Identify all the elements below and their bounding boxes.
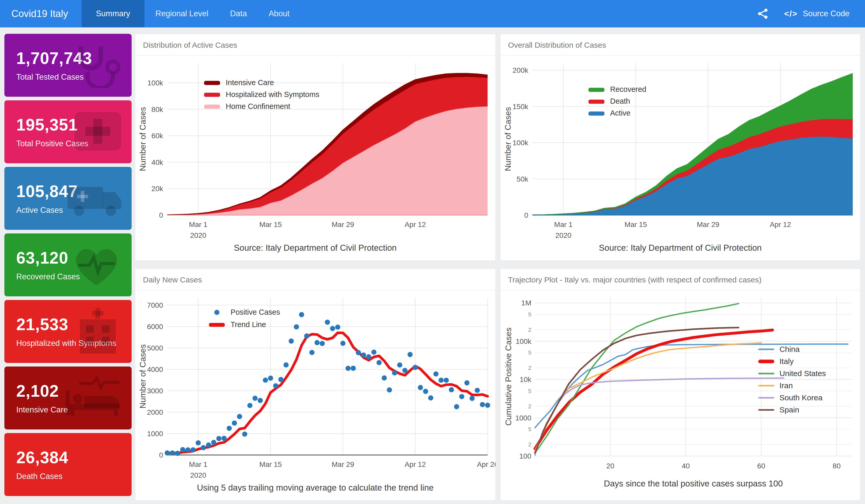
card-recovered: 63,120 Recovered Cases [4,233,131,296]
svg-text:20k: 20k [151,185,163,193]
svg-text:Mar 1: Mar 1 [189,221,207,228]
share-icon[interactable] [758,8,769,19]
svg-text:5: 5 [528,426,531,433]
svg-text:Active: Active [610,109,631,117]
active-distribution-chart[interactable]: 020k40k60k80k100kMar 12020Mar 15Mar 29Ap… [135,56,495,242]
svg-text:5: 5 [528,311,531,318]
svg-text:Mar 29: Mar 29 [697,221,719,228]
svg-text:100: 100 [519,452,531,460]
card-total-positive: 195,351 Total Positive Cases [4,100,131,163]
tab-summary[interactable]: Summary [82,0,145,27]
card-intensive-care: 2,102 Intensive Care [4,366,131,430]
svg-text:Intensive Care: Intensive Care [226,79,274,87]
svg-text:Mar 29: Mar 29 [332,460,354,468]
page-content: 1,707,743 Total Tested Cases 195,351 Tot… [0,28,865,501]
svg-text:Trend Line: Trend Line [230,320,266,329]
tab-regional-level[interactable]: Regional Level [145,0,219,27]
svg-text:Number of Cases: Number of Cases [138,344,147,409]
svg-text:Cumulative Positive Cases: Cumulative Positive Cases [504,328,513,426]
svg-text:Apr 12: Apr 12 [405,460,426,468]
svg-text:60: 60 [757,462,765,470]
stat-label: Death Cases [16,472,131,481]
panel-active-distribution: Distribution of Active Cases 020k40k60k8… [135,34,496,261]
panel-daily-new-cases: Daily New Cases 010002000300040005000600… [135,269,496,501]
svg-text:2020: 2020 [190,231,206,239]
svg-text:60k: 60k [151,132,163,140]
svg-text:3000: 3000 [147,387,163,395]
chart-source-caption: Source: Italy Department of Civil Protec… [500,242,861,260]
stat-value: 26,384 [16,448,131,467]
svg-text:China: China [779,345,800,353]
first-aid-icon [71,108,125,155]
svg-text:2020: 2020 [555,231,571,239]
svg-text:Iran: Iran [779,381,793,390]
card-hospitalized: 21,533 Hospitalized with Symptoms [4,300,131,363]
overall-distribution-chart[interactable]: 050k100k150k200kMar 12020Mar 15Mar 29Apr… [500,56,861,242]
svg-text:100k: 100k [512,139,529,147]
panel-title: Trajectory Plot - Italy vs. major countr… [500,269,861,291]
svg-text:Hospitalized with Symptoms: Hospitalized with Symptoms [226,90,320,98]
svg-text:1M: 1M [521,299,531,307]
svg-text:5: 5 [528,350,531,356]
svg-text:Apr 12: Apr 12 [405,221,426,228]
svg-text:Death: Death [610,97,630,105]
bed-icon [63,374,125,422]
svg-text:0: 0 [159,451,163,459]
svg-text:7000: 7000 [147,301,163,309]
svg-text:2: 2 [528,441,531,448]
trajectory-plot-chart[interactable]: 2040608025252525100100010k100k1MChinaIta… [500,291,861,500]
svg-text:Days since the total positive: Days since the total positive cases surp… [604,479,783,488]
code-icon: </> [784,9,798,19]
svg-text:40: 40 [681,462,690,470]
svg-text:10k: 10k [519,376,531,384]
panel-title: Overall Distribution of Cases [500,34,861,56]
charts-grid: Distribution of Active Cases 020k40k60k8… [135,34,861,501]
svg-text:5: 5 [528,388,531,394]
svg-text:6000: 6000 [147,323,163,331]
card-total-tested: 1,707,743 Total Tested Cases [4,34,131,97]
svg-text:Apr 26: Apr 26 [477,460,495,468]
svg-text:Positive Cases: Positive Cases [230,308,280,316]
svg-text:1000: 1000 [147,430,163,438]
svg-text:Apr 12: Apr 12 [770,221,791,228]
stethoscope-icon [68,42,125,89]
navbar: Covid19 Italy Summary Regional Level Dat… [0,0,865,28]
svg-text:2: 2 [528,403,531,410]
svg-text:2: 2 [528,365,531,371]
stat-sidebar: 1,707,743 Total Tested Cases 195,351 Tot… [4,34,131,501]
svg-text:2: 2 [528,327,531,333]
tab-about[interactable]: About [258,0,300,27]
svg-text:80: 80 [832,462,841,470]
source-code-link[interactable]: </> Source Code [784,9,850,19]
svg-text:Italy: Italy [779,357,794,365]
svg-text:200k: 200k [512,66,529,74]
svg-text:Number of Cases: Number of Cases [138,107,147,171]
svg-text:100k: 100k [147,79,163,87]
svg-text:South Korea: South Korea [779,393,822,402]
svg-text:Spain: Spain [779,406,799,414]
heartbeat-icon [68,240,125,290]
svg-text:Mar 15: Mar 15 [260,221,282,228]
panel-title: Distribution of Active Cases [135,34,495,56]
svg-text:Mar 1: Mar 1 [554,221,573,228]
svg-text:50k: 50k [516,175,528,183]
navbar-right: </> Source Code [758,0,865,27]
source-code-label: Source Code [803,9,850,18]
tab-data[interactable]: Data [219,0,257,27]
svg-text:80k: 80k [151,105,163,114]
svg-text:Mar 29: Mar 29 [332,221,354,228]
nav-tabs: Summary Regional Level Data About [82,0,300,27]
daily-new-cases-chart[interactable]: 01000200030004000500060007000Mar 12020Ma… [135,291,495,482]
ambulance-icon [66,175,125,222]
svg-text:40k: 40k [151,159,163,166]
panel-trajectory: Trajectory Plot - Italy vs. major countr… [500,269,861,501]
card-active: 105,847 Active Cases [4,167,131,230]
svg-text:100k: 100k [516,337,532,345]
svg-text:150k: 150k [512,103,529,111]
panel-overall-distribution: Overall Distribution of Cases 050k100k15… [500,34,861,261]
svg-text:4000: 4000 [147,365,163,374]
svg-text:United States: United States [779,369,826,378]
app-brand: Covid19 Italy [0,0,82,27]
svg-text:Mar 15: Mar 15 [260,460,282,468]
chart-source-caption: Source: Italy Department of Civil Protec… [135,242,495,260]
